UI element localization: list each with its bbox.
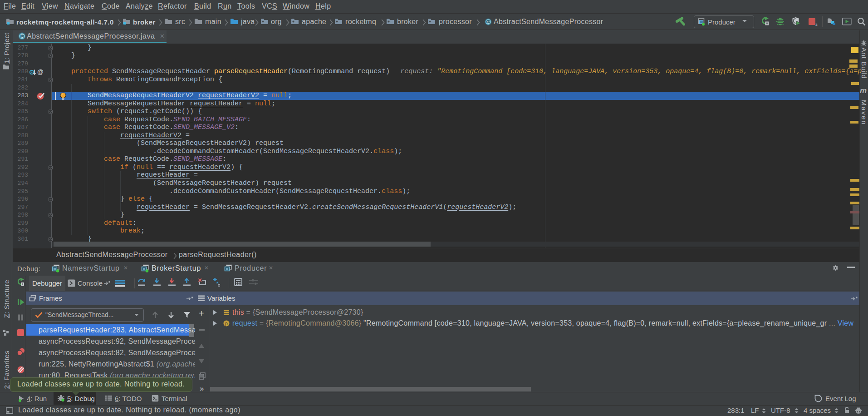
svg-text:p: p <box>225 321 228 326</box>
svg-text:C: C <box>487 20 490 25</box>
svg-text:3: 3 <box>815 23 818 27</box>
svg-text:C: C <box>20 34 24 39</box>
